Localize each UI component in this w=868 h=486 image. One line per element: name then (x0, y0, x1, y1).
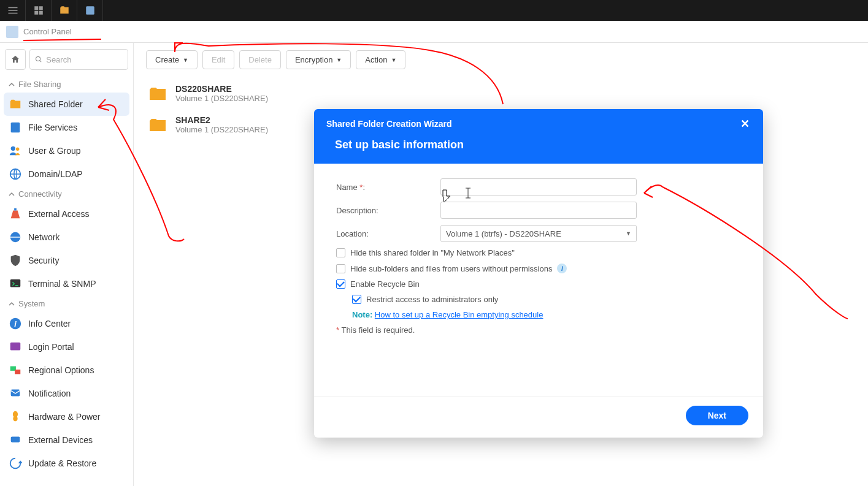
svg-rect-19 (10, 343, 21, 351)
section-label: File Sharing (18, 80, 61, 89)
restrict-admin-checkbox[interactable] (352, 295, 361, 304)
hide-subfolders-checkbox[interactable] (336, 264, 345, 273)
sidebar-item-label: Domain/LDAP (28, 169, 83, 179)
folder-name: SHARE2 (175, 115, 268, 125)
taskbar-menu-icon[interactable] (0, 0, 26, 21)
folder-name: DS220SHARE (175, 84, 268, 94)
caret-down-icon: ▼ (391, 57, 396, 63)
folder-row[interactable]: DS220SHARE Volume 1 (DS220SHARE) (146, 78, 856, 109)
sidebar-item-regional-options[interactable]: Regional Options (0, 359, 133, 382)
svg-rect-16 (10, 279, 21, 287)
external-devices-icon (9, 433, 22, 447)
delete-button[interactable]: Delete (239, 50, 281, 69)
user-group-icon (9, 144, 22, 158)
svg-rect-6 (39, 11, 42, 15)
regional-options-icon (9, 363, 22, 377)
location-select[interactable]: Volume 1 (btrfs) - DS220SHARE ▼ (440, 225, 637, 242)
svg-rect-0 (8, 7, 17, 9)
toolbar: Create▼ Edit Delete Encryption▼ Action▼ (146, 50, 856, 69)
section-label: Connectivity (18, 189, 62, 199)
section-connectivity[interactable]: Connectivity (0, 186, 133, 202)
svg-rect-3 (34, 6, 38, 10)
svg-rect-14 (14, 208, 17, 211)
taskbar-filestation-icon[interactable] (52, 0, 77, 21)
recycle-bin-label: Enable Recycle Bin (350, 279, 420, 289)
recycle-bin-schedule-link[interactable]: How to set up a Recycle Bin emptying sch… (375, 310, 543, 319)
taskbar-controlpanel-icon[interactable] (77, 0, 103, 21)
caret-down-icon: ▼ (183, 57, 188, 63)
sidebar-item-hardware-power[interactable]: Hardware & Power (0, 405, 133, 428)
sidebar-item-security[interactable]: Security (0, 249, 133, 272)
location-label: Location: (336, 229, 440, 238)
sidebar-item-info-center[interactable]: i Info Center (0, 312, 133, 335)
sidebar-item-update-restore[interactable]: Update & Restore (0, 452, 133, 475)
sidebar-item-label: Security (28, 256, 60, 265)
svg-rect-21 (15, 370, 20, 374)
svg-point-12 (16, 148, 19, 151)
section-system[interactable]: System (0, 295, 133, 312)
create-button[interactable]: Create▼ (146, 50, 198, 69)
app-icon (6, 26, 18, 38)
sidebar-item-label: Terminal & SNMP (28, 279, 96, 289)
required-note: * This field is required. (336, 325, 741, 335)
terminal-icon (9, 277, 22, 290)
info-icon[interactable]: i (557, 264, 567, 273)
taskbar (0, 0, 868, 21)
svg-point-11 (11, 146, 15, 151)
sidebar-item-user-group[interactable]: User & Group (0, 139, 133, 162)
sidebar-item-label: Shared Folder (28, 99, 83, 109)
svg-rect-5 (34, 11, 38, 15)
section-label: System (18, 299, 45, 308)
security-icon (9, 254, 22, 267)
file-services-icon (9, 121, 22, 134)
hardware-power-icon (9, 410, 22, 423)
sidebar-item-label: User & Group (28, 146, 81, 156)
sidebar-item-external-access[interactable]: External Access (0, 202, 133, 226)
sidebar-item-login-portal[interactable]: Login Portal (0, 335, 133, 359)
svg-rect-7 (86, 6, 94, 15)
description-label: Description: (336, 206, 440, 215)
svg-point-8 (36, 56, 40, 61)
name-label: Name *: (336, 183, 440, 192)
hide-subfolders-label: Hide sub-folders and files from users wi… (350, 264, 552, 273)
action-button[interactable]: Action▼ (356, 50, 405, 69)
encryption-button[interactable]: Encryption▼ (286, 50, 351, 69)
recycle-bin-checkbox[interactable] (336, 279, 345, 289)
sidebar-item-notification[interactable]: Notification (0, 382, 133, 405)
sidebar-item-file-services[interactable]: File Services (0, 116, 133, 139)
info-center-icon: i (9, 317, 22, 330)
svg-rect-10 (11, 123, 20, 133)
titlebar: Control Panel (0, 21, 868, 43)
sidebar-item-label: Notification (28, 389, 71, 398)
note-label: Note: (352, 310, 372, 319)
svg-rect-4 (39, 6, 42, 10)
sidebar-item-label: Update & Restore (28, 458, 96, 468)
chevron-up-icon (9, 301, 15, 307)
sidebar-item-shared-folder[interactable]: Shared Folder (4, 93, 129, 116)
hide-network-checkbox[interactable] (336, 248, 345, 257)
edit-button[interactable]: Edit (202, 50, 234, 69)
shared-folder-wizard-modal: Shared Folder Creation Wizard ✕ Set up b… (314, 109, 763, 438)
restrict-admin-label: Restrict access to administrators only (366, 295, 498, 304)
svg-rect-22 (11, 390, 20, 397)
sidebar-item-network[interactable]: Network (0, 226, 133, 249)
sidebar-item-label: Network (28, 232, 60, 242)
description-input[interactable] (440, 202, 637, 219)
app-title: Control Panel (23, 27, 72, 36)
home-button[interactable] (5, 49, 26, 70)
svg-text:i: i (14, 319, 17, 328)
close-icon[interactable]: ✕ (739, 118, 751, 130)
sidebar-item-label: External Devices (28, 435, 93, 445)
sidebar-item-terminal-snmp[interactable]: Terminal & SNMP (0, 272, 133, 295)
svg-rect-1 (8, 10, 17, 11)
sidebar-item-domain-ldap[interactable]: Domain/LDAP (0, 162, 133, 186)
section-file-sharing[interactable]: File Sharing (0, 76, 133, 93)
sidebar-item-external-devices[interactable]: External Devices (0, 428, 133, 452)
name-input[interactable] (440, 178, 637, 196)
search-input[interactable] (46, 55, 123, 64)
taskbar-apps-icon[interactable] (26, 0, 52, 21)
caret-down-icon: ▼ (626, 230, 631, 237)
next-button[interactable]: Next (686, 406, 748, 425)
external-access-icon (9, 207, 22, 221)
domain-ldap-icon (9, 167, 22, 181)
